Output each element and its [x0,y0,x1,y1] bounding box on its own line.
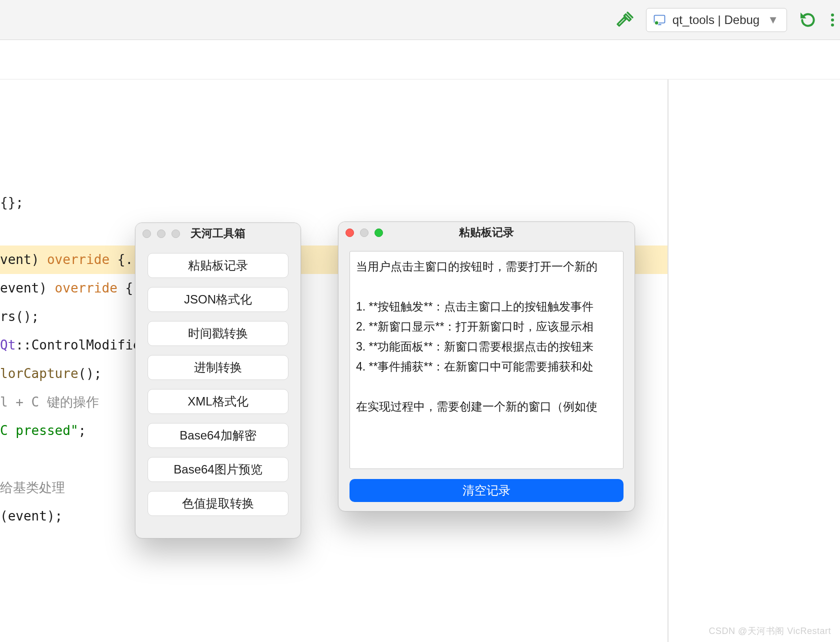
clipboard-textpane[interactable]: 当用户点击主窗口的按钮时，需要打开一个新的 1. **按钮触发**：点击主窗口上… [350,251,624,469]
toolbox-button-3[interactable]: 进制转换 [148,355,288,380]
toolbox-body: 粘贴板记录JSON格式化时间戳转换进制转换XML格式化Base64加解密Base… [136,244,300,526]
traffic-lights [142,230,180,238]
toolbox-titlebar[interactable]: 天河工具箱 [136,223,300,244]
chevron-down-icon: ▼ [768,14,778,26]
minimize-icon[interactable] [157,230,166,238]
toolbox-button-7[interactable]: 色值提取转换 [148,491,288,516]
minimize-icon[interactable] [360,228,368,237]
clear-records-button[interactable]: 清空记录 [350,479,624,502]
toolbox-window: 天河工具箱 粘贴板记录JSON格式化时间戳转换进制转换XML格式化Base64加… [135,222,301,538]
zoom-icon[interactable] [374,228,383,237]
toolbox-button-2[interactable]: 时间戳转换 [148,321,288,346]
traffic-lights [346,228,383,237]
close-icon[interactable] [142,230,151,238]
toolbox-button-1[interactable]: JSON格式化 [148,287,288,312]
toolbox-button-5[interactable]: Base64加解密 [148,423,288,448]
monitor-icon [652,13,666,27]
clipboard-titlebar[interactable]: 粘贴板记录 [338,222,634,243]
ide-toolbar: qt_tools | Debug ▼ [0,0,840,40]
svg-point-2 [654,20,658,24]
toolbox-button-4[interactable]: XML格式化 [148,389,288,414]
run-config-label: qt_tools | Debug [672,13,760,27]
toolbox-button-0[interactable]: 粘贴板记录 [148,253,288,278]
run-config-selector[interactable]: qt_tools | Debug ▼ [646,8,787,32]
clipboard-body: 当用户点击主窗口的按钮时，需要打开一个新的 1. **按钮触发**：点击主窗口上… [338,243,634,511]
clipboard-window: 粘贴板记录 当用户点击主窗口的按钮时，需要打开一个新的 1. **按钮触发**：… [338,222,635,512]
zoom-icon[interactable] [172,230,180,238]
build-icon[interactable] [615,10,635,30]
toolbox-button-6[interactable]: Base64图片预览 [148,457,288,482]
code-line: {}; [0,188,840,217]
close-icon[interactable] [346,228,354,237]
run-restart-icon[interactable] [798,10,818,30]
vertical-splitter[interactable] [668,80,668,642]
overflow-menu-icon[interactable] [831,14,835,26]
